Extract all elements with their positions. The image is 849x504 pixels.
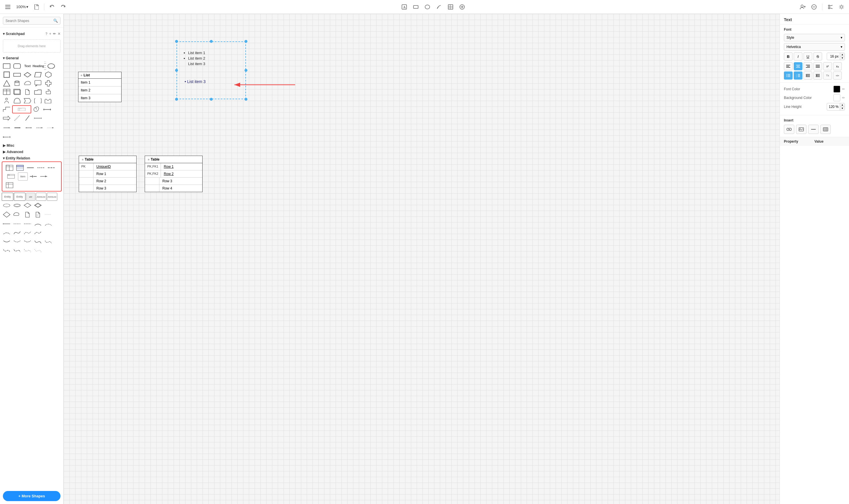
more-shapes-btn[interactable]: + More Shapes xyxy=(3,491,60,501)
shape-slash[interactable] xyxy=(22,114,32,122)
er-line3[interactable] xyxy=(46,164,56,172)
search-input[interactable] xyxy=(5,19,53,23)
shape-bidirectional-arrow[interactable] xyxy=(42,105,52,113)
page-btn[interactable] xyxy=(32,3,40,11)
align-left-btn[interactable] xyxy=(784,62,793,70)
underline-btn[interactable]: U xyxy=(803,52,812,60)
shape-rhombus[interactable] xyxy=(22,71,32,79)
indent-btn[interactable] xyxy=(803,71,812,79)
er-attrib1[interactable]: Attribute xyxy=(36,193,46,201)
undo-btn[interactable] xyxy=(48,3,56,11)
rectangle-tool-btn[interactable] xyxy=(412,3,420,11)
list-element[interactable]: ≡ List Item 1 Item 2 Item 3 xyxy=(78,72,122,102)
shape-chevron[interactable] xyxy=(22,97,32,105)
handle-mr[interactable] xyxy=(245,69,248,72)
er-cloud[interactable] xyxy=(12,211,22,219)
shape-folder[interactable] xyxy=(33,88,43,96)
er-entity3[interactable]: attr xyxy=(26,193,35,201)
font-name-dropdown[interactable]: Helvetica ▾ xyxy=(784,43,845,51)
bold-btn[interactable]: B xyxy=(784,52,793,60)
line-height-input[interactable] xyxy=(827,104,840,110)
font-size-stepper[interactable]: ▲ ▼ xyxy=(827,53,845,60)
er-table3[interactable]: Table xyxy=(5,173,17,181)
shape-doc[interactable] xyxy=(22,88,32,96)
shape-double-rect[interactable] xyxy=(12,88,22,96)
handle-bm[interactable] xyxy=(210,98,213,101)
shape-table[interactable] xyxy=(2,88,12,96)
general-section-header[interactable]: ▾ General xyxy=(0,54,64,61)
line-dash-arrow[interactable] xyxy=(35,124,44,132)
line-height-up[interactable]: ▲ xyxy=(840,103,845,107)
shape-cloud[interactable] xyxy=(22,79,32,87)
er-table4[interactable] xyxy=(5,181,15,189)
property-table-header[interactable]: Property Value xyxy=(780,137,849,146)
scratchpad-help-icon[interactable]: ? xyxy=(46,32,48,36)
style-dropdown[interactable]: Style ▾ xyxy=(784,34,845,41)
insert-image-btn[interactable] xyxy=(796,125,807,134)
er-oval1[interactable] xyxy=(2,201,12,210)
er-doc1[interactable] xyxy=(22,211,32,219)
outdent-btn[interactable] xyxy=(813,71,822,79)
line-thick-arrow[interactable] xyxy=(13,124,22,132)
er-diamond1[interactable] xyxy=(22,201,32,210)
conn-rev3[interactable] xyxy=(22,238,32,246)
redo-btn[interactable] xyxy=(59,3,68,11)
conn-line2[interactable] xyxy=(12,220,22,228)
shape-ellipse[interactable] xyxy=(46,62,56,70)
advanced-section-header[interactable]: ▶ Advanced xyxy=(0,148,64,155)
entity-relation-header[interactable]: ▾ Entity Relation xyxy=(0,155,64,161)
er-table1[interactable] xyxy=(5,164,15,172)
conn-curve2[interactable] xyxy=(43,220,53,228)
shape-step[interactable] xyxy=(2,105,12,113)
shape-diagonal-line[interactable] xyxy=(12,114,22,122)
html-mode-btn[interactable]: </> xyxy=(833,71,842,79)
line-double-arrow2[interactable] xyxy=(24,124,34,132)
handle-ml[interactable] xyxy=(175,69,178,72)
shape-cross[interactable] xyxy=(43,79,53,87)
insert-hr-btn[interactable] xyxy=(808,125,819,134)
shape-square[interactable] xyxy=(2,71,12,79)
conn-scurve2[interactable] xyxy=(22,229,32,237)
shape-cylinder[interactable] xyxy=(12,79,22,87)
scratchpad-close-icon[interactable]: ✕ xyxy=(58,32,60,36)
canvas-area[interactable]: ≡ List Item 1 Item 2 Item 3 xyxy=(64,14,780,504)
add-user-btn[interactable] xyxy=(799,3,807,11)
font-color-edit-btn[interactable]: ✏ xyxy=(842,87,845,91)
misc-section-header[interactable]: ▶ Misc xyxy=(0,142,64,148)
table-tool-btn[interactable] xyxy=(447,3,455,11)
conn-srev3[interactable] xyxy=(2,247,12,255)
handle-bl[interactable] xyxy=(175,98,178,101)
italic-btn[interactable]: I xyxy=(794,52,802,60)
conn-srev1[interactable] xyxy=(33,238,43,246)
conn-srev4[interactable] xyxy=(12,247,22,255)
er-arrow1[interactable] xyxy=(39,173,49,181)
er-doc2[interactable] xyxy=(33,211,43,219)
insert-table-btn[interactable] xyxy=(820,125,831,134)
er-line2[interactable] xyxy=(36,164,46,172)
conn-line3[interactable] xyxy=(22,220,32,228)
bg-color-edit-btn[interactable]: ✏ xyxy=(842,96,845,100)
clear-format-btn[interactable]: Tx xyxy=(823,71,832,79)
shape-callout[interactable] xyxy=(33,79,43,87)
handle-br[interactable] xyxy=(245,98,248,101)
zoom-selector[interactable]: 100% ▾ xyxy=(15,3,30,10)
er-entity2[interactable]: Entity xyxy=(14,193,25,201)
conn-scurve3[interactable] xyxy=(33,229,43,237)
handle-tl[interactable] xyxy=(175,40,178,43)
plus-tool-btn[interactable] xyxy=(458,3,466,11)
strikethrough-btn[interactable]: S xyxy=(813,52,822,60)
shape-rect[interactable] xyxy=(2,62,12,70)
handle-tm[interactable] xyxy=(210,40,213,43)
conn-curve3[interactable] xyxy=(2,229,12,237)
shape-brace[interactable] xyxy=(33,97,43,105)
db-table-2[interactable]: ≡ Table PK,FK1 Row 1 PK,FK2 Row 2 Row 3 xyxy=(145,156,202,192)
align-center-btn[interactable] xyxy=(794,62,802,70)
shape-text[interactable]: Text xyxy=(22,62,32,70)
er-entity1[interactable]: Entity xyxy=(2,193,13,201)
er-table2[interactable] xyxy=(15,164,25,172)
search-input-wrap[interactable]: 🔍 xyxy=(3,17,60,24)
shape-half-circle[interactable] xyxy=(12,97,22,105)
er-diamond3[interactable] xyxy=(2,211,12,219)
scratchpad-header[interactable]: ▾ Scratchpad ? + ✏ ✕ xyxy=(0,30,64,38)
er-dotline1[interactable] xyxy=(43,211,53,219)
